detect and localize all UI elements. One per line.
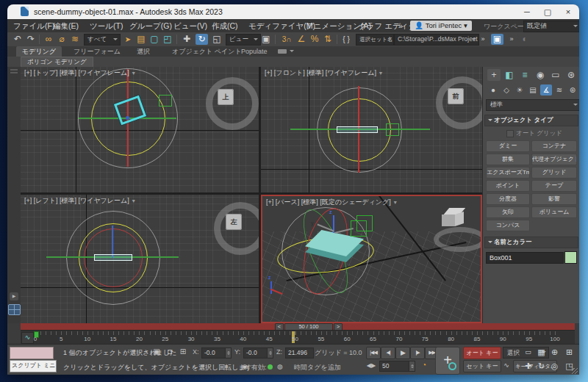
ribbon-tab-modeling[interactable]: モデリング — [16, 46, 62, 57]
funnel-icon[interactable]: ▼ — [131, 71, 136, 76]
viewcube[interactable]: 前 — [448, 88, 464, 104]
maxscript-listener-label[interactable]: スクリプト ミニ リス — [10, 360, 57, 372]
snap-toggle-icon[interactable]: 3∩ — [279, 34, 294, 45]
isolate-selection-icon[interactable]: ▣ — [151, 347, 162, 357]
viewcube-front-face[interactable] — [442, 215, 455, 226]
selected-dummy-object[interactable] — [94, 254, 132, 261]
set-key-button[interactable]: セット キー — [463, 360, 501, 372]
viewcube[interactable]: 左 — [226, 214, 242, 230]
x-coordinate-field[interactable]: -0.0 — [201, 347, 227, 358]
hierarchy-tab-icon[interactable]: ≡ — [518, 69, 531, 81]
menu-file[interactable]: ファイル(F) — [13, 21, 54, 31]
render-overflow-chevron[interactable]: » — [506, 34, 517, 45]
reference-coordinate-combo[interactable]: ビュー — [226, 34, 261, 46]
bind-spacewarp-icon[interactable]: ≋ — [69, 34, 81, 45]
zoom-extents-icon[interactable]: ◎ — [548, 360, 561, 372]
cameras-category-icon[interactable]: ▤ — [527, 84, 539, 96]
default-in-out-tangent-icon[interactable]: ∿ — [501, 360, 512, 370]
close-button[interactable]: × — [559, 4, 578, 19]
ribbon-minimize-icon[interactable] — [278, 49, 287, 54]
user-account-menu[interactable]: 👤 Tori iPentec ▾ — [410, 21, 472, 31]
helper-button-compass[interactable]: コンパス — [486, 220, 530, 231]
lights-category-icon[interactable]: ☀ — [514, 84, 526, 96]
viewcube[interactable]: 上 — [218, 89, 234, 105]
motion-tab-icon[interactable]: ◉ — [534, 69, 547, 81]
helper-box-object[interactable] — [386, 123, 399, 136]
viewport-front-label[interactable]: [+] [フロント] [標準] [ワイヤフレーム] ▼ — [265, 68, 383, 78]
window-resize-grip[interactable] — [572, 368, 578, 374]
rollout-object-type[interactable]: オブジェクト タイプ — [484, 115, 578, 126]
object-color-swatch[interactable] — [564, 251, 577, 264]
maxscript-mini-listener[interactable] — [10, 347, 54, 359]
set-keys-button[interactable]: + — [435, 347, 460, 375]
orbit-icon[interactable]: ↻ — [535, 360, 548, 372]
next-frame-button[interactable]: |▶ — [410, 347, 425, 359]
helper-box-object[interactable] — [159, 95, 172, 107]
menu-tools[interactable]: ツール(T) — [90, 21, 123, 31]
viewcube-side-face[interactable] — [455, 212, 464, 226]
autogrid-checkbox[interactable] — [506, 130, 514, 137]
shapes-category-icon[interactable]: ◇ — [501, 84, 512, 96]
add-time-tag[interactable]: 時間タグを追加 — [294, 363, 341, 372]
go-to-start-button[interactable]: |◀◀ — [366, 347, 381, 359]
rectangular-selection-region-icon[interactable]: ▢ — [148, 34, 160, 45]
time-configuration-icon[interactable]: ◔ — [419, 360, 429, 370]
link-icon[interactable]: ∞ — [43, 34, 54, 45]
selected-dummy-object[interactable] — [337, 126, 378, 133]
viewport-layout-icon[interactable] — [8, 304, 21, 315]
helper-category-dropdown[interactable]: 標準 — [486, 99, 579, 111]
y-coordinate-field[interactable]: -0.0 — [243, 347, 269, 358]
absolute-mode-transform-icon[interactable]: ⊞ — [178, 347, 188, 357]
minimize-button[interactable]: ─ — [517, 4, 537, 19]
angle-snap-icon[interactable]: ∠ — [295, 34, 307, 45]
select-scale-icon[interactable]: ◱ — [211, 34, 223, 45]
adaptive-degradation-icon[interactable]: ◉ — [240, 361, 250, 372]
project-folder-combo[interactable]: C:\Storage\P...dsMax Project — [394, 34, 479, 46]
play-animation-button[interactable]: ▶ — [395, 347, 410, 359]
funnel-icon[interactable]: ▼ — [378, 71, 383, 76]
viewport-perspective-active[interactable]: [+] [パース] [標準] [既定のシェーディング] ▼ z x y z — [261, 195, 482, 323]
menu-group[interactable]: グループ(G) — [129, 21, 172, 31]
viewport-left-label[interactable]: [+] [レフト] [標準] [ワイヤフレーム] ▼ — [24, 196, 136, 206]
helper-button-dummy[interactable]: ダミー — [486, 140, 530, 152]
caddy-toggle-icon[interactable]: ◍ — [275, 361, 285, 372]
helper-button-protractor[interactable]: 分度器 — [486, 193, 530, 205]
systems-category-icon[interactable]: ⊛ — [567, 84, 578, 96]
layout-flyout-arrow-icon[interactable]: ▶ — [10, 292, 18, 300]
select-object-icon[interactable]: ➤ — [122, 34, 134, 45]
select-by-name-icon[interactable]: ▤ — [135, 34, 147, 45]
auto-key-button[interactable]: オート キー — [463, 347, 501, 359]
funnel-icon[interactable]: ▼ — [392, 200, 398, 205]
utilities-tab-icon[interactable]: ⊛ — [564, 69, 578, 81]
current-frame-field[interactable]: 50 — [379, 361, 411, 372]
viewport-left[interactable]: [+] [レフト] [標準] [ワイヤフレーム] ▼ 左 — [21, 195, 259, 323]
time-slider-track[interactable]: < 50 / 100 > — [21, 323, 575, 330]
helper-button-delegate[interactable]: 代理オブジェクト — [531, 154, 577, 165]
percent-snap-icon[interactable]: % — [309, 34, 320, 45]
helper-button-volume[interactable]: ボリューム — [531, 206, 577, 218]
ribbon-tab-selection[interactable]: 選択 — [131, 46, 156, 57]
rollout-name-and-color[interactable]: 名前とカラー — [484, 237, 578, 248]
helper-button-crowd[interactable]: 群集 — [486, 154, 530, 165]
selection-filter-combo[interactable]: すべて — [84, 34, 121, 46]
menu-views[interactable]: ビュー(V) — [173, 21, 207, 31]
select-move-icon[interactable]: ✚ — [181, 34, 193, 45]
viewport-perspective-label[interactable]: [+] [パース] [標準] [既定のシェーディング] ▼ — [266, 198, 398, 207]
helper-button-grid[interactable]: グリッド — [531, 167, 577, 179]
create-tab-icon[interactable]: + — [487, 69, 501, 81]
undo-icon[interactable]: ↶ — [12, 34, 24, 45]
spinner-snap-icon[interactable]: ⇅ — [322, 34, 334, 45]
unlink-icon[interactable]: ⌀ — [56, 34, 68, 45]
menu-create[interactable]: 作成(C) — [212, 21, 238, 31]
selection-lock-icon[interactable]: ◘ — [165, 347, 175, 357]
display-tab-icon[interactable]: ▭ — [549, 69, 562, 81]
helpers-category-icon[interactable]: ∡ — [540, 84, 552, 96]
maximize-button[interactable]: ▢ — [538, 4, 557, 19]
redo-icon[interactable]: ↷ — [25, 34, 37, 45]
helper-button-container[interactable]: コンテナ — [531, 140, 577, 152]
viewcube-ring[interactable] — [434, 227, 482, 252]
viewport-top[interactable]: [+] [トップ] [標準] [ワイヤフレーム] ▼ 上 — [21, 67, 259, 192]
workspace-combo[interactable]: 既定値 — [523, 21, 579, 32]
helper-button-tape[interactable]: テープ — [531, 180, 577, 192]
viewport-top-label[interactable]: [+] [トップ] [標準] [ワイヤフレーム] ▼ — [24, 68, 136, 78]
